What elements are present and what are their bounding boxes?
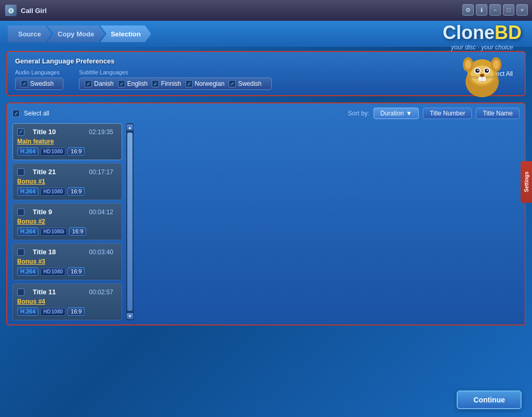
mascot (459, 53, 506, 100)
subtitle-lang-label: Subtitle Languages (79, 69, 271, 75)
title-21-name: Title 21 (33, 168, 56, 176)
svg-point-5 (493, 60, 499, 69)
select-all-titles-checkbox[interactable]: Select all (12, 110, 49, 117)
title-18-tech-badges: H.264 HD 1080 16:9 (17, 267, 113, 276)
subtitle-swedish-checkbox[interactable]: Swedish (229, 80, 261, 87)
title-10-feature-badge[interactable]: Main feature (17, 138, 54, 145)
brand-tagline: your disc · your choice (451, 44, 513, 51)
title-9-res-badge: HD 1080i (41, 228, 66, 236)
title-9-codec-badge: H.264 (17, 227, 38, 236)
title-21-bonus-badge[interactable]: Bonus #1 (17, 178, 45, 185)
brand-name-part1: Clone (443, 22, 495, 43)
title-21-res-badge: HD 1080 (41, 188, 65, 196)
title-11-bonus-badge[interactable]: Bonus #4 (17, 298, 45, 305)
brand-name-part2: BD (495, 22, 522, 43)
audio-swedish-cb-icon (21, 80, 28, 87)
title-10-checkbox[interactable] (17, 128, 24, 136)
chevron-down-icon: ▼ (406, 110, 412, 117)
sort-title-number-btn[interactable]: Title Number (423, 108, 472, 119)
title-10-info: Title 10 02:19:35 Main feature H.264 HD … (17, 128, 113, 155)
scroll-down-btn[interactable]: ▼ (127, 313, 133, 319)
settings-control-btn[interactable]: ⚙ (462, 4, 474, 16)
titles-list: Title 10 02:19:35 Main feature H.264 HD … (12, 123, 126, 320)
window-title: Call Girl (21, 7, 527, 15)
title-18-codec-badge: H.264 (17, 267, 38, 276)
title-9-tech-badges: H.264 HD 1080i 16:9 (17, 227, 113, 236)
title-11-name: Title 11 (33, 288, 56, 296)
subtitle-norwegian-label: Norwegian (195, 80, 224, 87)
title-11-tech-badges: H.264 HD 1080 16:9 (17, 307, 113, 316)
subtitle-swedish-cb-icon (229, 80, 236, 87)
title-18-checkbox[interactable] (17, 249, 24, 256)
sort-controls: Sort by: Duration ▼ Title Number Title N… (348, 108, 520, 119)
title-10-res-badge: HD 1080 (41, 148, 65, 155)
subtitle-norwegian-checkbox[interactable]: Norwegian (185, 80, 224, 87)
title-18-res-badge: HD 1080 (41, 268, 65, 276)
svg-point-13 (480, 74, 484, 77)
footer: Continue (457, 390, 522, 409)
settings-tab-label: Settings (524, 172, 529, 192)
title-18-info: Title 18 00:03:40 Bonus #3 H.264 HD 1080… (17, 248, 113, 276)
minimize-btn[interactable]: − (489, 4, 501, 16)
title-9-ratio-badge: 16:9 (69, 227, 86, 236)
subtitle-danish-checkbox[interactable]: Danish (85, 80, 113, 87)
title-9-checkbox[interactable] (17, 208, 24, 216)
title-11-res-badge: HD 1080 (41, 308, 65, 316)
select-all-titles-label: Select all (24, 110, 49, 117)
subtitle-finnish-checkbox[interactable]: Finnish (152, 80, 181, 87)
title-21-info: Title 21 00:17:17 Bonus #1 H.264 HD 1080… (17, 168, 113, 196)
title-10-cb-icon (17, 128, 24, 136)
title-18-bonus-badge[interactable]: Bonus #3 (17, 258, 45, 265)
title-9-row1: Title 9 00:04:12 (17, 208, 113, 216)
audio-swedish-label: Swedish (30, 80, 54, 87)
title-9-bonus-badge[interactable]: Bonus #2 (17, 218, 45, 225)
list-item: Title 11 00:02:57 Bonus #4 H.264 HD 1080… (12, 283, 122, 320)
scroll-thumb[interactable] (127, 133, 132, 311)
subtitle-danish-label: Danish (94, 80, 113, 87)
titles-header-row: Select all Sort by: Duration ▼ Title Num… (12, 108, 520, 119)
sort-title-name-btn[interactable]: Title Name (476, 108, 520, 119)
title-9-name: Title 9 (33, 208, 52, 216)
title-10-badges: Main feature (17, 138, 113, 145)
app-icon: 💿 (5, 5, 17, 16)
mascot-svg (459, 53, 506, 100)
subtitle-finnish-label: Finnish (161, 80, 181, 87)
title-10-row1: Title 10 02:19:35 (17, 128, 113, 136)
title-21-row1: Title 21 00:17:17 (17, 168, 113, 176)
settings-side-tab[interactable]: Settings (521, 161, 532, 203)
maximize-btn[interactable]: □ (503, 4, 514, 16)
title-21-codec-badge: H.264 (17, 187, 38, 196)
brand-logo: CloneBD (443, 22, 522, 44)
svg-point-11 (477, 70, 478, 71)
copy-mode-nav-btn[interactable]: Copy Mode (47, 25, 104, 42)
titles-section: Select all Sort by: Duration ▼ Title Num… (6, 102, 526, 325)
subtitle-danish-cb-icon (85, 80, 92, 87)
window-controls: ⚙ ℹ − □ × (462, 4, 528, 16)
audio-swedish-checkbox[interactable]: Swedish (21, 80, 54, 87)
audio-lang-options: Swedish (15, 77, 63, 90)
subtitle-language-group: Subtitle Languages Danish English Finnis… (79, 69, 271, 90)
title-21-badges: Bonus #1 (17, 178, 113, 185)
continue-button[interactable]: Continue (457, 390, 522, 409)
title-21-tech-badges: H.264 HD 1080 16:9 (17, 187, 113, 196)
svg-point-12 (486, 70, 488, 71)
title-9-cb-icon (17, 208, 24, 216)
source-nav-btn[interactable]: Source (8, 25, 51, 42)
subtitle-finnish-cb-icon (152, 80, 159, 87)
subtitle-english-checkbox[interactable]: English (118, 80, 148, 87)
svg-point-4 (465, 60, 471, 69)
selection-nav-btn[interactable]: Selection (100, 25, 151, 42)
vertical-scrollbar[interactable]: ▲ ▼ (126, 123, 134, 320)
title-9-info: Title 9 00:04:12 Bonus #2 H.264 HD 1080i… (17, 208, 113, 236)
info-control-btn[interactable]: ℹ (476, 4, 487, 16)
title-10-ratio-badge: 16:9 (68, 147, 85, 155)
scroll-up-btn[interactable]: ▲ (127, 124, 133, 131)
list-item: Title 18 00:03:40 Bonus #3 H.264 HD 1080… (12, 243, 122, 280)
title-11-checkbox[interactable] (17, 289, 24, 296)
close-btn[interactable]: × (516, 4, 528, 16)
title-10-tech-badges: H.264 HD 1080 16:9 (17, 147, 113, 155)
title-11-ratio-badge: 16:9 (68, 307, 85, 316)
title-21-checkbox[interactable] (17, 168, 24, 176)
lang-row: Audio Languages Swedish Subtitle Languag… (15, 69, 517, 90)
sort-duration-btn[interactable]: Duration ▼ (374, 108, 419, 119)
